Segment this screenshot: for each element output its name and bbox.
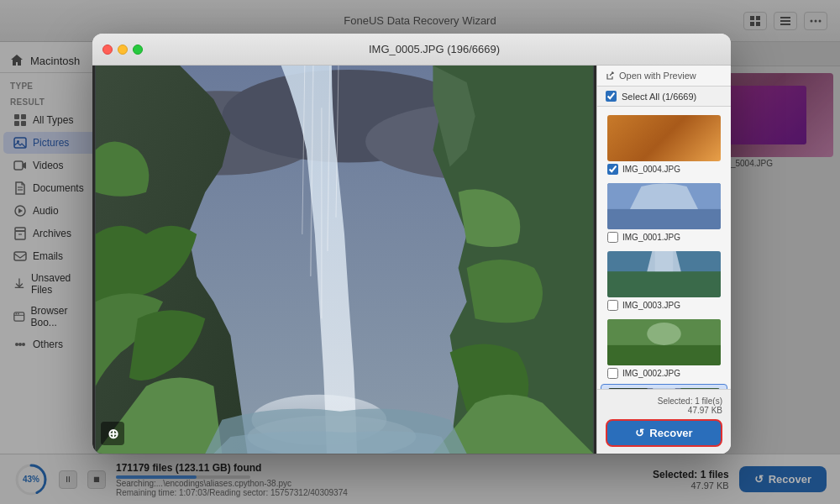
recover-button-modal[interactable]: ↺ Recover (606, 419, 722, 447)
modal-selected-size: 47.97 KB (688, 406, 722, 415)
file-checkbox[interactable] (607, 300, 618, 311)
select-all-row: Select All (1/6669) (597, 87, 731, 107)
file-name: IMG_0002.JPG (622, 369, 680, 378)
select-all-label: Select All (1/6669) (622, 92, 696, 102)
modal-titlebar: IMG_0005.JPG (196/6669) (92, 34, 731, 66)
zoom-in-button[interactable]: ⊕ (101, 422, 124, 445)
maximize-button[interactable] (133, 45, 143, 55)
open-preview-row: Open with Preview (597, 66, 731, 87)
list-item[interactable]: IMG_0002.JPG (601, 316, 727, 382)
select-all-checkbox[interactable] (606, 91, 617, 102)
svg-rect-48 (655, 251, 674, 271)
recover-modal-icon: ↺ (635, 427, 644, 439)
list-item[interactable]: IMG_0004.JPG (601, 112, 727, 178)
open-preview-button[interactable]: Open with Preview (606, 71, 722, 81)
svg-rect-45 (607, 209, 721, 229)
zoom-icon: ⊕ (108, 426, 118, 442)
list-item[interactable]: IMG_0001.JPG (601, 180, 727, 246)
recover-modal-label: Recover (649, 427, 692, 439)
modal-body: ⊕ Open with Preview (92, 66, 731, 454)
file-checkbox[interactable] (607, 164, 618, 175)
minimize-button[interactable] (118, 45, 128, 55)
file-name: IMG_0003.JPG (622, 301, 680, 310)
modal-selected-count: Selected: 1 file(s) (606, 396, 722, 406)
open-preview-label: Open with Preview (619, 71, 696, 81)
modal-overlay: IMG_0005.JPG (196/6669) (0, 0, 840, 504)
preview-pane: ⊕ (92, 66, 596, 454)
share-icon (606, 71, 616, 81)
selected-count-text: Selected: 1 file(s) (658, 396, 722, 406)
app-background: FoneUS Data Recovery Wizard Macintosh Ty… (0, 0, 840, 504)
file-checkbox[interactable] (607, 232, 618, 243)
svg-rect-50 (607, 345, 721, 365)
file-list-scroll[interactable]: IMG_0004.JPG (597, 107, 731, 389)
close-button[interactable] (102, 45, 113, 55)
list-item[interactable]: IMG_0003.JPG (601, 248, 727, 314)
modal-title: IMG_0005.JPG (196/6669) (148, 43, 721, 55)
svg-rect-47 (607, 271, 721, 297)
file-name: IMG_0004.JPG (622, 165, 680, 174)
file-list-pane: Open with Preview Select All (1/6669) (596, 66, 731, 454)
svg-point-51 (647, 323, 681, 345)
file-name: IMG_0001.JPG (622, 233, 680, 242)
file-list-footer: Selected: 1 file(s) 47.97 KB ↺ Recover (597, 389, 731, 454)
modal-dialog: IMG_0005.JPG (196/6669) (92, 34, 731, 454)
waterfall-preview (92, 66, 596, 454)
file-checkbox[interactable] (607, 368, 618, 379)
